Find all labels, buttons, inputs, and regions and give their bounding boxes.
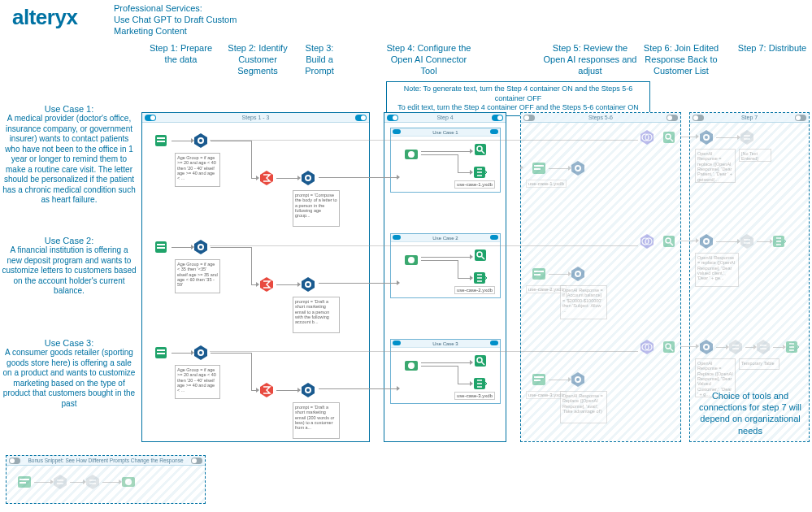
- connector-line: [681, 241, 696, 241]
- toggle-icon[interactable]: [393, 129, 401, 134]
- openai-icon[interactable]: [403, 252, 419, 268]
- output-data-icon[interactable]: [472, 164, 489, 180]
- summarize-icon[interactable]: [258, 276, 275, 293]
- toggle-icon[interactable]: [490, 235, 498, 240]
- inner-container-uc1[interactable]: Use Case 1 use-case-1.yxdb: [390, 128, 501, 193]
- formula-annotation: prompt = 'Draft a short marketing email …: [293, 402, 340, 439]
- browse-icon[interactable]: [472, 353, 489, 369]
- formula-icon[interactable]: [570, 371, 586, 388]
- select-icon[interactable]: [85, 474, 101, 490]
- connector-line: [549, 380, 568, 380]
- container-step-7[interactable]: Step 7 OpenAI Response = replace ([OpenA…: [689, 112, 810, 442]
- formula-icon[interactable]: [570, 266, 586, 282]
- output-data-icon[interactable]: [472, 270, 489, 286]
- container-steps-5-6[interactable]: Steps 5-6 use-case-1.yxdb use-case-2.yxd…: [520, 112, 681, 442]
- input-data-icon[interactable]: [154, 345, 170, 361]
- textinput-data-icon[interactable]: [531, 266, 547, 282]
- usecase2-body: A financial institution is offering a ne…: [2, 245, 137, 297]
- summarize-icon[interactable]: [258, 170, 275, 186]
- input-data-icon[interactable]: [154, 239, 170, 255]
- output-data-icon[interactable]: [771, 233, 788, 249]
- output-data-icon[interactable]: [472, 375, 489, 392]
- formula-annotation: OpenAI Response = Replace ([OpenAI Respo…: [560, 391, 607, 423]
- select-icon[interactable]: [739, 129, 755, 145]
- toggle-icon[interactable]: [393, 341, 401, 345]
- openai-icon[interactable]: [403, 358, 419, 374]
- formula-icon[interactable]: [570, 160, 586, 176]
- select-icon[interactable]: [755, 339, 771, 355]
- connector-line: [211, 353, 251, 354]
- container-bonus[interactable]: Bonus Snippet: See How Different Prompts…: [6, 455, 206, 504]
- formula-annotation: prompt = 'Compose the body of a letter t…: [293, 190, 340, 227]
- browse-icon[interactable]: [661, 233, 677, 249]
- browse-icon[interactable]: [661, 339, 677, 355]
- step5-header: Step 5: Review the Open AI responses and…: [541, 43, 639, 76]
- toggle-icon[interactable]: [9, 458, 20, 464]
- openai-icon[interactable]: [120, 474, 137, 490]
- step1-header: Step 1: Prepare the data: [142, 43, 219, 66]
- note-box: Note: To generate text, turn the Step 4 …: [386, 81, 650, 116]
- toggle-icon[interactable]: [355, 115, 367, 121]
- connector-line: [319, 283, 397, 284]
- connector-line: [210, 140, 638, 141]
- select-icon[interactable]: [739, 233, 755, 249]
- connector-line: [34, 482, 50, 483]
- toggle-icon[interactable]: [667, 115, 678, 121]
- textinput-data-icon[interactable]: [16, 474, 33, 490]
- subtitle-line1: Professional Services:: [114, 3, 202, 13]
- join-icon[interactable]: [639, 233, 655, 249]
- toggle-icon[interactable]: [387, 115, 398, 121]
- formula-icon[interactable]: [300, 170, 316, 186]
- step2-header: Step 2: Identify Customer Segments: [225, 43, 290, 76]
- output-data-icon[interactable]: [784, 339, 801, 355]
- connector-line: [716, 347, 726, 348]
- formula-icon[interactable]: [193, 345, 209, 361]
- connector-line: [210, 245, 638, 246]
- toggle-icon[interactable]: [490, 129, 498, 134]
- select-icon[interactable]: [727, 339, 744, 355]
- container-step-4[interactable]: Step 4 Use Case 1 use-case-1.yxdb Use Ca…: [384, 112, 506, 442]
- toggle-icon[interactable]: [523, 115, 535, 121]
- formula-annotation: prompt = 'Draft a short marketing email …: [293, 297, 340, 333]
- textinput-data-icon[interactable]: [531, 160, 547, 176]
- formula-icon[interactable]: [698, 339, 714, 355]
- usecase3-title: Use Case 3:: [2, 338, 137, 348]
- toggle-icon[interactable]: [693, 115, 704, 121]
- toggle-icon[interactable]: [492, 115, 503, 121]
- usecase1-body: A medical provider (doctor's office, ins…: [2, 114, 137, 206]
- formula-annotation: OpenAI Response = if [Account balance] =…: [560, 285, 607, 319]
- connector-line: [102, 482, 119, 483]
- toggle-icon[interactable]: [795, 115, 806, 121]
- textinput-data-icon[interactable]: [531, 371, 547, 388]
- inner-container-uc3[interactable]: Use Case 3 use-case-3.yxdb: [390, 339, 501, 404]
- toggle-icon[interactable]: [490, 341, 498, 345]
- connector-line: [458, 154, 458, 172]
- connector-line: [421, 362, 470, 363]
- connector-line: [549, 274, 568, 275]
- browse-icon[interactable]: [472, 141, 489, 158]
- toggle-icon[interactable]: [145, 115, 156, 121]
- formula-icon[interactable]: [698, 233, 714, 249]
- formula-icon[interactable]: [193, 132, 209, 149]
- summarize-icon[interactable]: [258, 382, 275, 398]
- browse-icon[interactable]: [472, 247, 489, 263]
- container-steps-1-3[interactable]: Steps 1 - 3 Age Group = if age >= 20 and…: [141, 112, 370, 442]
- formula-annotation: Temporary Table: [739, 358, 779, 370]
- join-icon[interactable]: [639, 339, 655, 355]
- connector-line: [251, 284, 256, 285]
- formula-icon[interactable]: [193, 239, 209, 255]
- join-icon[interactable]: [639, 129, 655, 145]
- inner-container-uc2[interactable]: Use Case 2 use-case-2.yxdb: [390, 233, 501, 298]
- formula-icon[interactable]: [300, 382, 316, 398]
- formula-icon[interactable]: [300, 276, 316, 293]
- openai-icon[interactable]: [403, 146, 419, 163]
- toggle-icon[interactable]: [393, 235, 401, 240]
- connector-line: [549, 168, 568, 169]
- connector-line: [251, 353, 252, 390]
- toggle-icon[interactable]: [191, 458, 202, 464]
- browse-icon[interactable]: [661, 129, 677, 145]
- formula-icon[interactable]: [698, 129, 714, 145]
- select-icon[interactable]: [52, 474, 68, 490]
- input-data-icon[interactable]: [154, 132, 170, 149]
- note-line1: Note: To generate text, turn the Step 4 …: [404, 85, 633, 102]
